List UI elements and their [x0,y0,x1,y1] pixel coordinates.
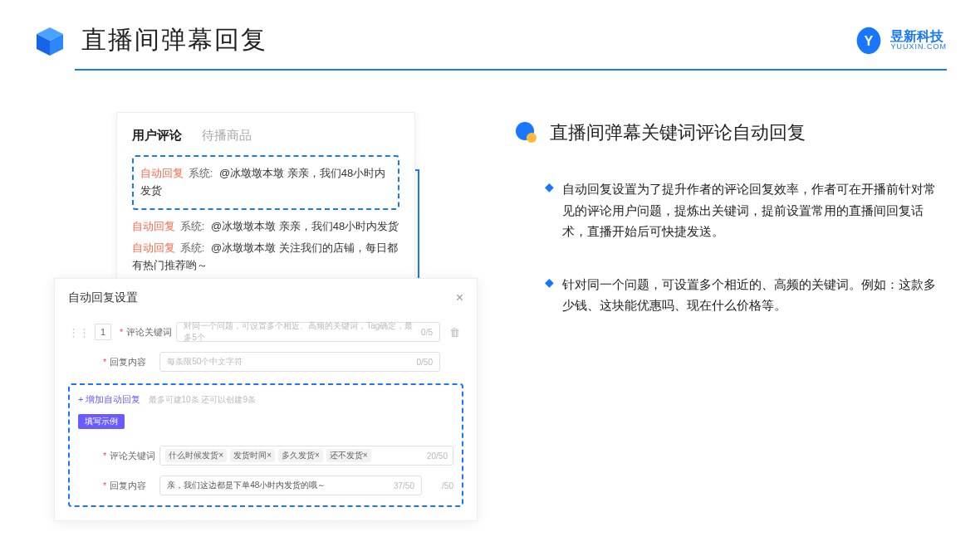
logo-text-sub: YUUXIN.COM [890,43,947,51]
comments-card: 用户评论 待播商品 自动回复 系统: @冰墩墩本墩 亲亲，我们48小时内发货 自… [116,112,415,292]
settings-header: 自动回复设置 × [68,290,463,312]
keyword-input[interactable]: 对同一个问题，可设置多个相近、高频的关键词，Tag确定，最多5个 0/5 [176,322,440,342]
example-ct-counter: 37/50 [394,481,414,490]
keyword-placeholder: 对同一个问题，可设置多个相近、高频的关键词，Tag确定，最多5个 [184,320,421,344]
page-header: 直播间弹幕回复 Y 昱新科技 YUUXIN.COM [0,0,980,57]
content-row: 用户评论 待播商品 自动回复 系统: @冰墩墩本墩 亲亲，我们48小时内发货 自… [0,71,980,348]
system-label: 系统: [189,167,213,179]
connector-line [415,169,419,171]
example-content-text: 亲，我们这边都是下单48小时内发货的哦～ [167,480,326,491]
delete-icon[interactable]: 🗑 [445,326,463,339]
example-highlight: + 增加自动回复 最多可建10条 还可以创建9条 填写示例 * 评论关键词 什么… [68,383,463,507]
page-title: 直播间弹幕回复 [81,23,267,57]
bullet-text: 自动回复设置为了提升作者的评论回复效率，作者可在开播前针对常见的评论用户问题，提… [562,178,947,242]
bullet-marker-icon: ◆ [545,276,554,316]
auto-reply-settings-card: 自动回复设置 × ⋮⋮ 1 * 评论关键词 对同一个问题，可设置多个相近、高频的… [54,278,478,521]
bullet-item: ◆ 针对同一个问题，可设置多个相近的、高频的关键词。例如：这款多少钱、这块能优惠… [515,274,947,316]
required-star: * [120,327,123,337]
keyword-counter: 0/5 [421,328,433,337]
keyword-row: ⋮⋮ 1 * 评论关键词 对同一个问题，可设置多个相近、高频的关键词，Tag确定… [68,322,463,342]
required-star: * [103,357,106,367]
card-tabs: 用户评论 待播商品 [132,128,399,144]
keyword-label: 评论关键词 [126,326,176,339]
comment-text: @冰墩墩本墩 亲亲，我们48小时内发货 [211,220,399,232]
content-counter: 0/50 [417,358,433,367]
svg-text:Y: Y [865,33,874,48]
add-link-text: + 增加自动回复 [78,394,140,404]
content-label: 回复内容 [110,480,159,492]
content-row: * 回复内容 每条限50个中文字符 0/50 [68,352,463,372]
outer-counter: /50 [425,481,453,490]
add-auto-reply-link[interactable]: + 增加自动回复 最多可建10条 还可以创建9条 [78,393,453,406]
auto-reply-badge: 自动回复 [132,220,175,232]
cube-icon [33,24,66,57]
close-icon[interactable]: × [456,290,463,305]
logo-text-main: 昱新科技 [890,30,947,43]
tag[interactable]: 还不发货× [326,449,371,462]
example-keyword-row: * 评论关键词 什么时候发货× 发货时间× 多久发货× 还不发货× 20/50 [78,446,453,466]
row-index: 1 [95,324,111,340]
add-hint: 最多可建10条 还可以创建9条 [149,395,256,404]
brand-logo: Y 昱新科技 YUUXIN.COM [854,26,947,56]
right-column: 直播间弹幕关键词评论自动回复 ◆ 自动回复设置为了提升作者的评论回复效率，作者可… [465,112,947,348]
comment-line: 自动回复 系统: @冰墩墩本墩 关注我们的店铺，每日都有热门推荐哟～ [132,240,399,275]
svg-point-5 [527,133,537,143]
required-star: * [103,451,106,461]
example-content-input[interactable]: 亲，我们这边都是下单48小时内发货的哦～ 37/50 [159,475,422,495]
example-tags[interactable]: 什么时候发货× 发货时间× 多久发货× 还不发货× 20/50 [159,446,453,466]
left-column: 用户评论 待播商品 自动回复 系统: @冰墩墩本墩 亲亲，我们48小时内发货 自… [33,112,465,348]
content-placeholder: 每条限50个中文字符 [167,356,243,368]
system-label: 系统: [180,241,205,254]
content-label: 回复内容 [110,356,159,368]
comment-line: 自动回复 系统: @冰墩墩本墩 亲亲，我们48小时内发货 [132,218,399,236]
tag[interactable]: 什么时候发货× [165,449,227,462]
bullet-text: 针对同一个问题，可设置多个相近的、高频的关键词。例如：这款多少钱、这块能优惠吗、… [562,274,947,316]
tag[interactable]: 发货时间× [230,449,275,462]
highlighted-comment: 自动回复 系统: @冰墩墩本墩 亲亲，我们48小时内发货 [132,155,399,210]
example-content-row: * 回复内容 亲，我们这边都是下单48小时内发货的哦～ 37/50 /50 [78,475,453,495]
bullet-item: ◆ 自动回复设置为了提升作者的评论回复效率，作者可在开播前针对常见的评论用户问题… [515,178,947,242]
drag-handle-icon[interactable]: ⋮⋮ [68,326,90,339]
keyword-label: 评论关键词 [110,450,159,462]
tab-user-comments[interactable]: 用户评论 [132,128,182,144]
example-kw-counter: 20/50 [427,451,448,461]
tab-pending-products[interactable]: 待播商品 [202,128,252,144]
logo-icon: Y [854,26,884,56]
section-title: 直播间弹幕关键词评论自动回复 [550,120,806,145]
bubble-icon [515,121,538,144]
system-label: 系统: [180,220,205,232]
tag[interactable]: 多久发货× [278,449,323,462]
auto-reply-badge: 自动回复 [140,167,184,179]
required-star: * [103,480,106,490]
bullet-marker-icon: ◆ [545,180,554,242]
content-input[interactable]: 每条限50个中文字符 0/50 [159,352,440,372]
settings-title: 自动回复设置 [68,290,138,305]
auto-reply-badge: 自动回复 [132,241,175,254]
section-header: 直播间弹幕关键词评论自动回复 [515,120,947,145]
example-badge: 填写示例 [78,414,125,429]
comment-line: 自动回复 系统: @冰墩墩本墩 亲亲，我们48小时内发货 [140,165,391,200]
